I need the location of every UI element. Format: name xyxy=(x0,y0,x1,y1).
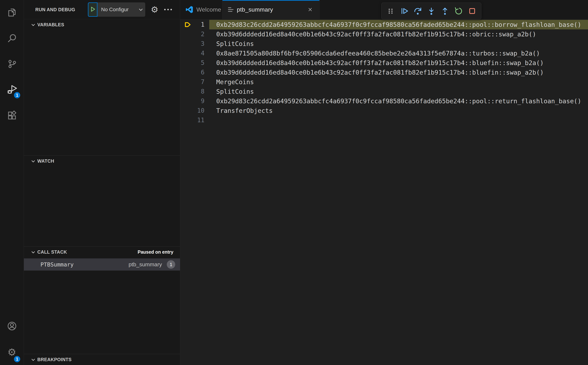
editor-group: Welcome ptb_summary xyxy=(180,0,588,365)
line-number: 5 xyxy=(195,58,205,68)
toolbar-drag-handle[interactable] xyxy=(384,4,397,18)
current-stackframe-icon xyxy=(180,20,195,29)
tab-welcome[interactable]: Welcome xyxy=(180,0,222,19)
drag-grip-icon xyxy=(386,7,395,15)
step-over-icon xyxy=(413,7,422,15)
line-number: 9 xyxy=(195,96,205,106)
watch-section-label: WATCH xyxy=(37,158,54,164)
activity-explorer-button[interactable] xyxy=(0,0,24,26)
line-text[interactable]: SplitCoins xyxy=(209,87,588,96)
restart-icon xyxy=(454,7,463,15)
code-line: 1 0xb29d83c26cdd2a64959263abbcfc4a6937f0… xyxy=(180,20,588,29)
code-editor: 1 0xb29d83c26cdd2a64959263abbcfc4a6937f0… xyxy=(180,19,588,365)
line-text[interactable]: 0xb39d6dddedd16ed8a40ce0b1e6b43c92acf0ff… xyxy=(209,58,588,68)
activity-run-debug-button[interactable]: 1 xyxy=(0,77,24,103)
line-text[interactable]: 0x8ae871505a80d8bf6bf9c05906cda6edfeea46… xyxy=(209,49,588,58)
chevron-down-icon xyxy=(139,7,143,11)
step-out-icon xyxy=(440,7,449,15)
code-line: 9 0xb29d83c26cdd2a64959263abbcfc4a6937f0… xyxy=(180,96,588,106)
frame-source-name: ptb_summary xyxy=(128,261,162,267)
variables-section-header[interactable]: VARIABLES xyxy=(24,19,180,30)
call-stack-frame-row[interactable]: PTBSummary ptb_summary 1 xyxy=(24,258,180,271)
watch-section-header[interactable]: WATCH xyxy=(24,156,180,166)
activity-source-control-button[interactable] xyxy=(0,51,24,77)
code-line: 3 SplitCoins xyxy=(180,39,588,49)
line-text[interactable] xyxy=(209,115,588,125)
tab-ptb-summary[interactable]: ptb_summary xyxy=(222,0,319,19)
line-text[interactable]: 0xb29d83c26cdd2a64959263abbcfc4a6937f0c9… xyxy=(209,96,588,106)
start-debugging-button[interactable] xyxy=(88,2,98,17)
activity-search-button[interactable] xyxy=(0,26,24,51)
step-into-icon xyxy=(427,7,436,15)
settings-count-badge: 1 xyxy=(14,355,21,363)
sidebar-pane-header: RUN AND DEBUG No Configur ⚙ xyxy=(24,0,180,19)
variables-section: VARIABLES xyxy=(24,19,180,155)
restart-button[interactable] xyxy=(453,4,465,18)
source-control-icon xyxy=(7,59,17,70)
chevron-down-icon xyxy=(31,23,35,26)
line-number: 6 xyxy=(195,68,205,77)
code-line: 7 MergeCoins xyxy=(180,77,588,87)
tab-welcome-label: Welcome xyxy=(196,6,221,13)
line-text[interactable]: 0xb39d6dddedd16ed8a40ce0b1e6b43c92acf0ff… xyxy=(209,68,588,77)
debug-configuration-label: No Configur xyxy=(101,7,136,13)
stop-icon xyxy=(468,7,477,15)
code-line: 8 SplitCoins xyxy=(180,87,588,96)
frame-count-badge: 1 xyxy=(167,260,175,269)
line-number: 11 xyxy=(195,115,205,125)
breakpoints-section-label: BREAKPOINTS xyxy=(37,357,71,362)
sidebar-title: RUN AND DEBUG xyxy=(35,7,84,12)
run-and-debug-sidebar: RUN AND DEBUG No Configur ⚙ xyxy=(24,0,180,365)
code-line: 6 0xb39d6dddedd16ed8a40ce0b1e6b43c92acf0… xyxy=(180,68,588,77)
account-icon xyxy=(7,321,17,332)
line-number: 3 xyxy=(195,39,205,49)
step-out-button[interactable] xyxy=(439,4,451,18)
debug-toolbar xyxy=(381,3,481,20)
stop-button[interactable] xyxy=(466,4,478,18)
line-number: 1 xyxy=(195,20,205,29)
line-text[interactable]: 0xb39d6dddedd16ed8a40ce0b1e6b43c92acf0ff… xyxy=(209,29,588,39)
close-tab-button[interactable] xyxy=(306,6,314,13)
paused-status-text: Paused on entry xyxy=(138,249,174,255)
line-text[interactable]: TransferObjects xyxy=(209,106,588,115)
line-number: 7 xyxy=(195,77,205,87)
activity-extensions-button[interactable] xyxy=(0,103,24,129)
search-icon xyxy=(7,33,17,44)
chevron-down-icon xyxy=(31,250,35,253)
breakpoints-section: BREAKPOINTS xyxy=(24,354,180,365)
settings-gear-icon: ⚙ xyxy=(7,347,16,357)
line-text[interactable]: MergeCoins xyxy=(209,77,588,87)
debug-config-control: No Configur xyxy=(88,2,145,17)
activity-settings-button[interactable]: ⚙ 1 xyxy=(0,339,24,365)
line-text[interactable]: SplitCoins xyxy=(209,39,588,49)
line-text[interactable]: 0xb29d83c26cdd2a64959263abbcfc4a6937f0c9… xyxy=(209,20,588,29)
continue-button[interactable] xyxy=(398,4,410,18)
step-over-button[interactable] xyxy=(412,4,424,18)
code-line: 4 0x8ae871505a80d8bf6bf9c05906cda6edfeea… xyxy=(180,49,588,58)
frame-thread-name: PTBSummary xyxy=(41,261,74,268)
list-icon xyxy=(228,7,234,12)
debug-count-badge: 1 xyxy=(14,91,21,99)
code-line: 2 0xb39d6dddedd16ed8a40ce0b1e6b43c92acf0… xyxy=(180,29,588,39)
activity-bar-spacer xyxy=(0,129,24,314)
line-number: 8 xyxy=(195,87,205,96)
debug-settings-gear-button[interactable]: ⚙ xyxy=(151,5,158,14)
vscode-window: 1 ⚙ 1 xyxy=(0,0,588,365)
views-more-actions-button[interactable] xyxy=(163,7,173,12)
variables-section-label: VARIABLES xyxy=(37,22,64,27)
line-number: 4 xyxy=(195,49,205,58)
step-into-button[interactable] xyxy=(425,4,437,18)
chevron-down-icon xyxy=(31,358,35,361)
play-icon xyxy=(90,6,96,13)
line-number: 2 xyxy=(195,29,205,39)
close-icon xyxy=(308,7,312,12)
files-icon xyxy=(7,7,17,18)
activity-bar: 1 ⚙ 1 xyxy=(0,0,24,365)
code-line: 10 TransferObjects xyxy=(180,106,588,115)
line-number: 10 xyxy=(195,106,205,115)
watch-section: WATCH xyxy=(24,155,180,246)
breakpoints-section-header[interactable]: BREAKPOINTS xyxy=(24,354,180,365)
activity-account-button[interactable] xyxy=(0,314,24,339)
debug-configuration-dropdown[interactable]: No Configur xyxy=(98,2,145,17)
call-stack-section-header[interactable]: CALL STACK Paused on entry xyxy=(24,247,180,257)
